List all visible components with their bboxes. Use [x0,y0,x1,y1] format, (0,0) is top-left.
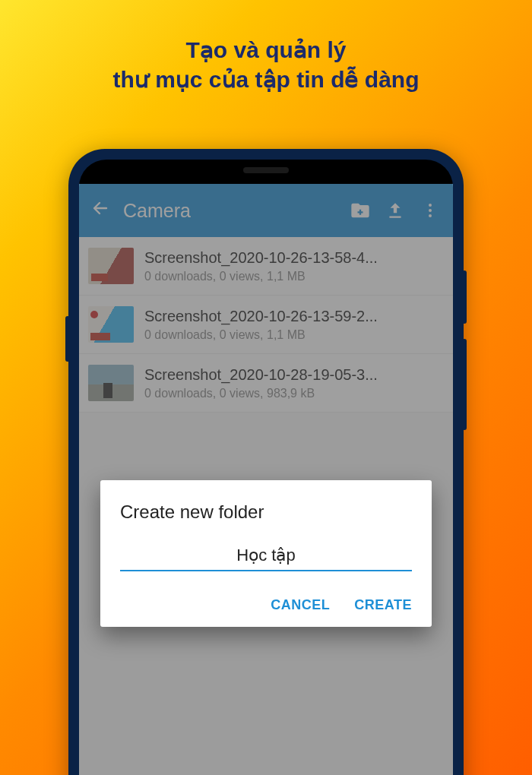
phone-side-button [462,339,467,430]
create-button[interactable]: CREATE [354,597,412,613]
dialog-title: Create new folder [120,501,412,523]
phone-side-button [462,270,467,324]
promo-line2: thư mục của tập tin dễ dàng [0,65,532,94]
phone-side-button [65,316,70,362]
app-screen: Camera Screenshot_2020-10-26-13-58-4... … [79,184,453,775]
phone-screen-bezel: Camera Screenshot_2020-10-26-13-58-4... … [79,160,453,775]
promo-line1: Tạo và quản lý [0,35,532,65]
dialog-actions: CANCEL CREATE [120,597,412,613]
folder-name-field[interactable] [120,546,412,571]
modal-scrim[interactable] [79,184,453,775]
folder-name-input[interactable] [120,546,412,565]
promo-headline: Tạo và quản lý thư mục của tập tin dễ dà… [0,0,532,94]
phone-notch [190,160,342,182]
phone-frame: Camera Screenshot_2020-10-26-13-58-4... … [68,149,464,775]
cancel-button[interactable]: CANCEL [271,597,330,613]
create-folder-dialog: Create new folder CANCEL CREATE [100,480,432,627]
